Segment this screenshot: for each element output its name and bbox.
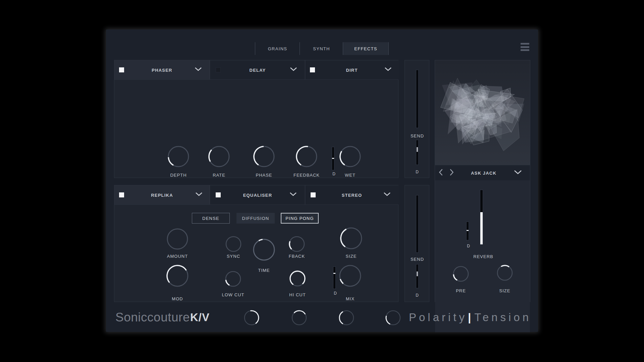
- delay-label: DELAY: [250, 67, 266, 72]
- wet-drive-label: D: [332, 172, 336, 176]
- depth-knob[interactable]: [167, 145, 190, 168]
- equaliser-enable-checkbox[interactable]: [216, 192, 221, 197]
- chevron-down-icon[interactable]: [195, 67, 202, 73]
- brand-logo: SoniccoutureK/V: [115, 310, 210, 325]
- reverb-pre-knob[interactable]: [452, 265, 470, 283]
- size-knob[interactable]: [339, 226, 363, 250]
- mix-knob[interactable]: [338, 264, 362, 288]
- time-knob-label: TIME: [258, 268, 270, 273]
- sync-knob-label: SYNC: [227, 254, 240, 259]
- rate-knob-label: RATE: [213, 173, 225, 178]
- send-drive-slider[interactable]: [416, 140, 418, 165]
- delay-enable-checkbox[interactable]: [216, 67, 221, 72]
- wet-knob[interactable]: [338, 145, 362, 168]
- stereo-enable-checkbox[interactable]: [311, 192, 316, 197]
- phase-knob[interactable]: [252, 145, 276, 168]
- amount-knob-label: AMOUNT: [167, 254, 188, 259]
- polygon-cloud-image: [435, 60, 530, 165]
- rate-knob[interactable]: [207, 145, 231, 168]
- reverb-size-label: SIZE: [499, 288, 511, 293]
- chevron-down-icon[interactable]: [290, 67, 297, 73]
- fx-top-header: PHASER DELAY DIRT: [114, 60, 398, 80]
- fx-panel-bottom: REPLIKA EQUALISER STEREO DENSE DIFFUSION…: [114, 185, 398, 302]
- hi-cut-knob[interactable]: [288, 269, 307, 288]
- brand-name: Soniccouture: [115, 310, 190, 324]
- title-separator: |: [468, 311, 474, 324]
- footer-knob-4[interactable]: [384, 309, 402, 326]
- reverb-drive-label: D: [467, 244, 470, 248]
- send-fader[interactable]: [416, 195, 418, 252]
- preset-visual-area: [435, 60, 530, 165]
- footer-knob-2[interactable]: [290, 309, 308, 326]
- fback-knob-label: FBACK: [289, 254, 305, 259]
- size-knob-label: SIZE: [346, 254, 357, 259]
- low-cut-knob[interactable]: [224, 270, 242, 288]
- phaser-label: PHASER: [152, 67, 172, 72]
- diffusion-button[interactable]: DIFFUSION: [236, 213, 275, 224]
- mod-knob-label: MOD: [172, 296, 183, 301]
- delay-section-header[interactable]: DELAY: [210, 60, 305, 79]
- right-panel: ASK JACK D REVERB PRE SIZE: [435, 60, 530, 302]
- phase-knob-label: PHASE: [256, 173, 272, 178]
- time-knob[interactable]: [252, 238, 276, 262]
- title-right: Tension: [474, 311, 531, 324]
- chevron-left-icon[interactable]: [439, 169, 443, 177]
- tab-grains[interactable]: GRAINS: [255, 42, 300, 55]
- mix-drive-label: D: [334, 291, 337, 296]
- replika-label: REPLIKA: [151, 192, 173, 197]
- send-drive-slider[interactable]: [416, 264, 418, 288]
- dirt-enable-checkbox[interactable]: [310, 67, 315, 72]
- preset-selector-row: ASK JACK: [435, 165, 530, 181]
- product-name: K/V: [190, 311, 210, 324]
- send-label: SEND: [411, 133, 424, 138]
- send-label: SEND: [411, 257, 424, 262]
- wet-drive-slider[interactable]: [332, 147, 334, 170]
- chevron-down-icon[interactable]: [514, 170, 522, 176]
- title-left: Polarity: [409, 311, 467, 324]
- menu-hamburger-icon[interactable]: [521, 43, 529, 51]
- stereo-section-header[interactable]: STEREO: [305, 185, 399, 204]
- equaliser-label: EQUALISER: [243, 192, 272, 197]
- send-fader[interactable]: [416, 70, 418, 128]
- send-strip-bottom: SEND D: [405, 185, 429, 302]
- chevron-down-icon[interactable]: [384, 67, 392, 73]
- reverb-label: REVERB: [473, 254, 493, 259]
- send-drive-label: D: [416, 170, 419, 174]
- reverb-fader[interactable]: [480, 190, 483, 244]
- stereo-label: STEREO: [342, 192, 362, 197]
- footer-knob-3[interactable]: [338, 309, 355, 326]
- preset-name[interactable]: ASK JACK: [471, 171, 496, 176]
- mod-knob[interactable]: [165, 264, 190, 288]
- desktop-background: GRAINS SYNTH EFFECTS PHASER DELAY DIRT: [0, 0, 644, 362]
- dense-button[interactable]: DENSE: [192, 213, 230, 224]
- send-drive-label: D: [416, 293, 419, 298]
- fx-panel-top: PHASER DELAY DIRT DEPTH RATE PHASE: [114, 60, 398, 178]
- wet-knob-label: WET: [345, 173, 356, 178]
- feedback-knob[interactable]: [295, 145, 318, 168]
- equaliser-section-header[interactable]: EQUALISER: [210, 185, 305, 204]
- low-cut-knob-label: LOW CUT: [222, 292, 245, 297]
- sync-knob[interactable]: [224, 235, 243, 253]
- replika-enable-checkbox[interactable]: [119, 192, 124, 197]
- phaser-enable-checkbox[interactable]: [119, 67, 124, 72]
- ping-pong-button[interactable]: PING PONG: [281, 213, 319, 224]
- reverb-size-knob[interactable]: [496, 264, 514, 282]
- tab-effects[interactable]: EFFECTS: [343, 42, 389, 55]
- mix-knob-label: MIX: [346, 296, 355, 301]
- feedback-knob-label: FEEDBACK: [293, 173, 320, 178]
- amount-knob[interactable]: [166, 227, 189, 251]
- send-strip-top: SEND D: [405, 60, 429, 178]
- dirt-section-header[interactable]: DIRT: [305, 60, 399, 79]
- replika-section-header[interactable]: REPLIKA: [114, 185, 210, 204]
- chevron-down-icon[interactable]: [383, 192, 391, 198]
- plugin-window: GRAINS SYNTH EFFECTS PHASER DELAY DIRT: [106, 29, 538, 332]
- phaser-section-header[interactable]: PHASER: [114, 60, 210, 79]
- mix-drive-slider[interactable]: [333, 267, 335, 289]
- chevron-right-icon[interactable]: [450, 169, 454, 177]
- reverb-drive-slider[interactable]: [467, 222, 469, 240]
- tab-synth[interactable]: SYNTH: [300, 42, 343, 55]
- chevron-down-icon[interactable]: [195, 192, 203, 198]
- footer-knob-1[interactable]: [243, 309, 260, 326]
- chevron-down-icon[interactable]: [289, 192, 297, 198]
- fback-knob[interactable]: [288, 235, 306, 253]
